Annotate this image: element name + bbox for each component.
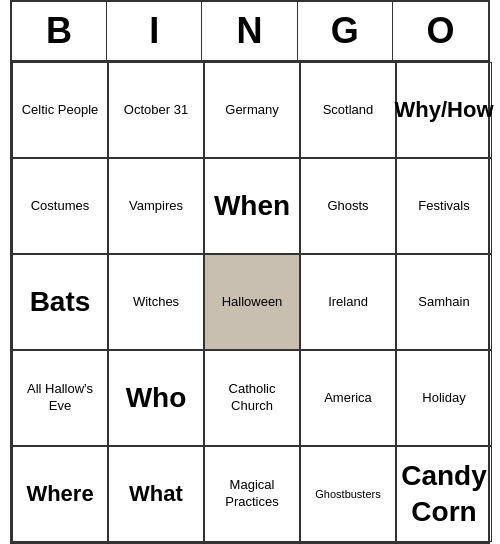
- header-letter: B: [12, 2, 107, 60]
- bingo-cell: Costumes: [12, 158, 108, 254]
- bingo-cell: Halloween: [204, 254, 300, 350]
- header-letter: O: [393, 2, 488, 60]
- bingo-cell: Witches: [108, 254, 204, 350]
- bingo-cell: Festivals: [396, 158, 492, 254]
- bingo-cell: Vampires: [108, 158, 204, 254]
- header-letter: G: [298, 2, 393, 60]
- bingo-cell: Scotland: [300, 62, 396, 158]
- bingo-cell: Holiday: [396, 350, 492, 446]
- bingo-header: BINGO: [12, 2, 488, 62]
- bingo-cell: Catholic Church: [204, 350, 300, 446]
- bingo-cell: All Hallow's Eve: [12, 350, 108, 446]
- bingo-cell: Celtic People: [12, 62, 108, 158]
- bingo-cell: Germany: [204, 62, 300, 158]
- bingo-cell: October 31: [108, 62, 204, 158]
- bingo-cell: Candy Corn: [396, 446, 492, 542]
- bingo-cell: Ghosts: [300, 158, 396, 254]
- bingo-cell: Why/How: [396, 62, 492, 158]
- header-letter: N: [202, 2, 297, 60]
- bingo-cell: When: [204, 158, 300, 254]
- bingo-cell: Ireland: [300, 254, 396, 350]
- bingo-grid: Celtic PeopleOctober 31GermanyScotlandWh…: [12, 62, 488, 542]
- bingo-cell: Bats: [12, 254, 108, 350]
- bingo-cell: Magical Practices: [204, 446, 300, 542]
- header-letter: I: [107, 2, 202, 60]
- bingo-cell: Ghostbusters: [300, 446, 396, 542]
- bingo-cell: Where: [12, 446, 108, 542]
- bingo-cell: America: [300, 350, 396, 446]
- bingo-cell: Who: [108, 350, 204, 446]
- bingo-card: BINGO Celtic PeopleOctober 31GermanyScot…: [10, 0, 490, 544]
- bingo-cell: What: [108, 446, 204, 542]
- bingo-cell: Samhain: [396, 254, 492, 350]
